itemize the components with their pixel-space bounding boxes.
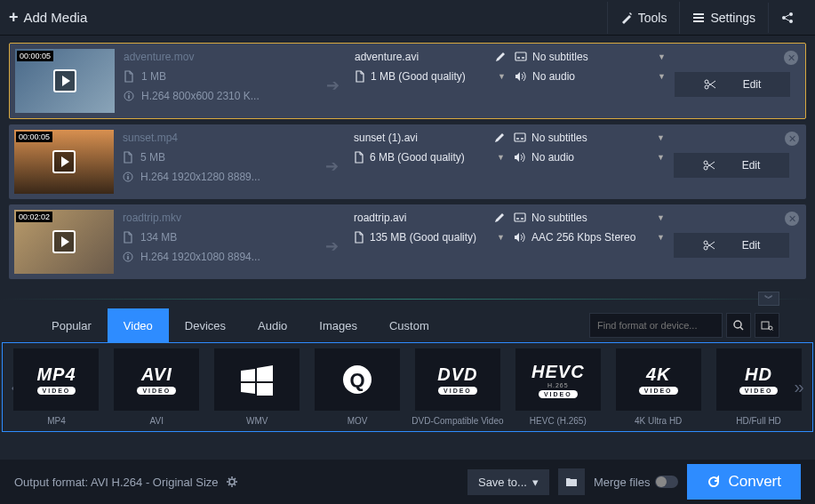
refresh-icon — [707, 475, 721, 489]
edit-button[interactable]: Edit — [674, 233, 789, 258]
chevron-down-icon[interactable]: ▼ — [497, 153, 505, 162]
arrow-right-icon: ➔ — [325, 236, 339, 256]
add-media-button[interactable]: + Add Media — [9, 8, 87, 27]
format-icon — [214, 348, 300, 411]
format-item-dvd-compatible-video[interactable]: DVDVIDEO DVD-Compatible Video — [410, 348, 507, 426]
format-item-avi[interactable]: AVIVIDEO AVI — [108, 348, 205, 426]
format-label: 4K Ultra HD — [635, 416, 682, 426]
file-row[interactable]: 00:00:05 sunset.mp4 5 MB H.264 1920x1280… — [9, 124, 806, 199]
svg-point-1 — [789, 12, 793, 16]
share-button[interactable] — [768, 3, 806, 33]
format-label: WMV — [246, 416, 268, 426]
chevron-down-icon[interactable]: ▼ — [498, 72, 506, 81]
convert-button[interactable]: Convert — [687, 464, 801, 500]
settings-button[interactable]: Settings — [679, 2, 768, 34]
pencil-icon[interactable] — [494, 132, 505, 143]
subtitle-value: No subtitles — [531, 212, 587, 224]
gear-icon[interactable] — [226, 476, 238, 488]
save-to-button[interactable]: Save to... ▾ — [467, 469, 549, 495]
format-icon: AVIVIDEO — [114, 348, 199, 411]
format-icon: Q — [315, 348, 400, 411]
format-tab-audio[interactable]: Audio — [242, 308, 303, 342]
search-button[interactable] — [726, 313, 751, 338]
format-tab-custom[interactable]: Custom — [373, 308, 445, 342]
chevron-down-icon[interactable]: ▼ — [657, 133, 665, 142]
format-label: DVD-Compatible Video — [411, 416, 503, 426]
output-filename: adventure.avi — [355, 51, 419, 63]
svg-rect-4 — [515, 52, 526, 60]
chevron-down-icon[interactable]: ▼ — [657, 213, 665, 222]
format-tab-devices[interactable]: Devices — [169, 308, 242, 342]
add-media-label: Add Media — [24, 10, 88, 25]
subtitle-icon — [514, 212, 526, 223]
chevron-down-icon[interactable]: ▼ — [658, 72, 666, 81]
format-item-wmv[interactable]: WMV — [209, 348, 306, 426]
edit-button[interactable]: Edit — [674, 153, 789, 178]
scissors-icon — [703, 240, 715, 251]
format-item-hevc-h-265-[interactable]: HEVCH.265VIDEO HEVC (H.265) — [509, 348, 606, 426]
source-codec: H.264 1920x1080 8894... — [140, 251, 260, 263]
file-list: 00:00:05 adventure.mov 1 MB H.264 800x60… — [0, 36, 815, 292]
info-icon — [123, 252, 133, 262]
file-row[interactable]: 00:02:02 roadtrip.mkv 134 MB H.264 1920x… — [9, 204, 806, 279]
format-item-mov[interactable]: Q MOV — [309, 348, 406, 426]
pencil-icon[interactable] — [494, 212, 505, 223]
settings-label: Settings — [710, 11, 755, 25]
file-row[interactable]: 00:00:05 adventure.mov 1 MB H.264 800x60… — [9, 43, 806, 119]
svg-point-20 — [229, 479, 235, 484]
source-filename: sunset.mp4 — [123, 132, 309, 144]
convert-label: Convert — [728, 473, 781, 491]
format-tabs: PopularVideoDevicesAudioImagesCustom — [36, 308, 779, 342]
format-icon: HDVIDEO — [716, 348, 802, 411]
tools-label: Tools — [638, 11, 667, 25]
pencil-icon[interactable] — [495, 52, 506, 62]
format-tab-popular[interactable]: Popular — [36, 308, 108, 342]
format-search-input[interactable] — [589, 313, 723, 338]
edit-button[interactable]: Edit — [675, 72, 790, 97]
scissors-icon — [704, 79, 716, 90]
source-size: 1 MB — [141, 70, 166, 83]
collapse-toggle[interactable]: ︾ — [758, 292, 779, 306]
remove-button[interactable]: ✕ — [785, 212, 799, 226]
tools-button[interactable]: Tools — [607, 2, 680, 34]
remove-button[interactable]: ✕ — [784, 51, 798, 65]
chevron-down-icon[interactable]: ▼ — [658, 52, 666, 61]
format-grid: MP4VIDEO MP4 AVIVIDEO AVI WMV Q MOV DVDV… — [2, 342, 813, 432]
play-icon[interactable] — [52, 150, 76, 173]
top-bar: + Add Media Tools Settings — [0, 0, 815, 36]
thumbnail[interactable]: 00:00:05 — [15, 49, 115, 113]
chevron-down-icon[interactable]: ▼ — [657, 153, 665, 162]
merge-files-control: Merge files — [594, 476, 679, 489]
format-tab-images[interactable]: Images — [303, 308, 373, 342]
duration-badge: 00:02:02 — [16, 212, 52, 222]
speaker-icon — [514, 152, 526, 163]
open-folder-button[interactable] — [558, 468, 585, 495]
file-icon — [124, 70, 134, 83]
format-label: HEVC (H.265) — [530, 416, 587, 426]
save-to-label: Save to... — [478, 476, 527, 489]
format-section: PopularVideoDevicesAudioImagesCustom « M… — [0, 300, 815, 441]
play-icon[interactable] — [52, 230, 76, 253]
format-item-4k-ultra-hd[interactable]: 4KVIDEO 4K Ultra HD — [610, 348, 707, 426]
source-codec: H.264 1920x1280 8889... — [140, 171, 260, 183]
folder-icon — [565, 476, 578, 487]
play-icon[interactable] — [53, 69, 76, 92]
merge-toggle[interactable] — [655, 476, 678, 488]
arrow-right-icon: ➔ — [326, 76, 340, 95]
svg-point-17 — [769, 326, 772, 330]
chevron-down-icon[interactable]: ▼ — [657, 233, 665, 242]
format-icon: DVDVIDEO — [415, 348, 500, 411]
format-icon: MP4VIDEO — [13, 348, 99, 411]
remove-button[interactable]: ✕ — [785, 132, 799, 146]
scissors-icon — [703, 160, 715, 171]
format-next[interactable]: » — [790, 343, 808, 432]
search-advanced-button[interactable] — [755, 313, 779, 338]
edit-label: Edit — [742, 159, 761, 172]
thumbnail[interactable]: 00:00:05 — [14, 130, 114, 194]
edit-label: Edit — [742, 239, 761, 252]
thumbnail[interactable]: 00:02:02 — [14, 210, 114, 274]
format-item-mp4[interactable]: MP4VIDEO MP4 — [8, 348, 105, 426]
chevron-down-icon[interactable]: ▼ — [497, 233, 505, 242]
format-tab-video[interactable]: Video — [108, 308, 169, 342]
file-icon — [354, 151, 364, 164]
